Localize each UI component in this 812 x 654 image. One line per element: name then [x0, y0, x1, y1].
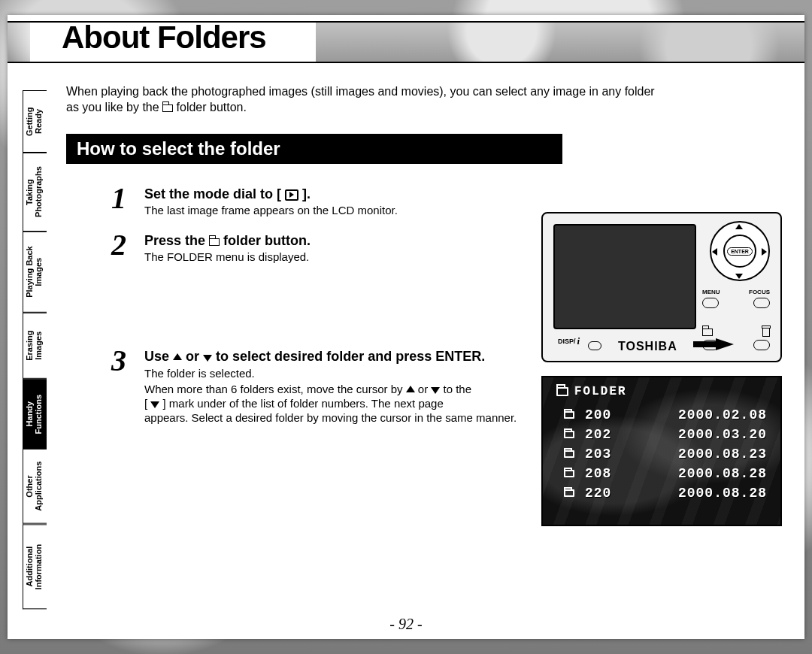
side-tab-strip: Getting Ready Taking Photographs Playing… — [23, 90, 47, 609]
focus-label: FOCUS — [749, 289, 770, 295]
down-arrow-icon — [431, 387, 440, 394]
up-arrow-icon — [406, 386, 415, 392]
step-3-p2a: When more than 6 folders exist, move the… — [144, 383, 406, 395]
step-number: 2 — [111, 230, 144, 260]
up-arrow-icon — [173, 353, 182, 360]
folder-number: 200 — [585, 407, 623, 422]
disp-button — [588, 341, 601, 350]
intro-text: When playing back the photographed image… — [66, 84, 782, 116]
camera-back-diagram: ENTER MENU FOCUS DISP/i — [541, 212, 782, 362]
dial-left-icon — [712, 248, 717, 256]
pointer-arrow-icon — [716, 338, 734, 350]
disp-label: DISP/i — [558, 335, 580, 347]
menu-button — [702, 298, 719, 308]
folder-date: 2000.02.08 — [678, 407, 767, 422]
intro-line2-pre: as you like by the — [66, 101, 162, 114]
dial-up-icon — [735, 224, 743, 229]
dial-down-icon — [735, 274, 743, 279]
folder-date: 2000.08.28 — [678, 486, 767, 501]
folder-row: 200 2000.02.08 — [564, 407, 767, 422]
step-number: 1 — [111, 183, 144, 213]
step-2-head-post: folder button. — [223, 233, 311, 248]
folder-date: 2000.08.28 — [678, 466, 767, 481]
folder-icon — [556, 387, 568, 396]
folder-date: 2000.03.20 — [678, 427, 767, 442]
down-arrow-icon — [150, 401, 159, 408]
down-arrow-icon — [203, 355, 212, 362]
step-1-head-pre: Set the mode dial to [ — [144, 186, 285, 201]
step-1: 1 Set the mode dial to [ ]. The last ima… — [111, 183, 782, 216]
brand-logo: TOSHIBA — [618, 340, 677, 353]
info-icon: i — [577, 335, 580, 347]
step-3-p2b: or — [418, 383, 432, 395]
menu-focus-buttons — [702, 298, 770, 308]
folder-icon — [162, 104, 173, 112]
folder-icon — [564, 450, 574, 458]
folder-icon — [564, 470, 574, 477]
step-3-p2c: to the — [444, 383, 472, 395]
page-number: - 92 - — [8, 616, 804, 633]
enter-label: ENTER — [727, 247, 753, 256]
folder-number: 202 — [585, 427, 623, 442]
folder-trash-icons — [702, 328, 770, 337]
focus-button — [753, 298, 770, 308]
step-3-head-mid: or — [186, 349, 203, 364]
section-heading: How to select the folder — [66, 134, 562, 164]
folder-number: 220 — [585, 486, 623, 501]
folder-title-text: FOLDER — [574, 385, 627, 398]
enter-button: ENTER — [723, 235, 756, 268]
step-3-heading: Use or to select desired folder and pres… — [144, 349, 565, 365]
trash-button — [753, 340, 770, 350]
folder-date: 2000.08.23 — [678, 447, 767, 462]
side-tab-getting-ready[interactable]: Getting Ready — [23, 90, 47, 153]
folder-icon — [564, 411, 574, 419]
folder-row: 202 2000.03.20 — [564, 427, 767, 442]
folder-number: 203 — [585, 447, 623, 462]
step-number: 3 — [111, 346, 144, 376]
disp-text: DISP/ — [558, 338, 576, 345]
dial-right-icon — [762, 248, 767, 256]
folder-icon — [564, 431, 574, 438]
step-1-heading: Set the mode dial to [ ]. — [144, 186, 782, 202]
folder-icon — [209, 238, 220, 246]
folder-menu-screenshot: FOLDER 200 2000.02.08 202 2000.03.20 203… — [541, 376, 782, 526]
content-area: When playing back the photographed image… — [66, 84, 782, 609]
step-3-head-pre: Use — [144, 349, 173, 364]
step-3-head-post: to select desired folder and press ENTER… — [216, 349, 485, 364]
trash-icon — [762, 328, 770, 337]
step-3-p3a: [ — [144, 397, 150, 410]
side-tab-other-applications[interactable]: Other Applications — [23, 449, 47, 524]
folder-menu-title: FOLDER — [556, 385, 627, 398]
step-3-p1: The folder is selected. — [144, 366, 565, 380]
camera-lcd — [553, 224, 696, 329]
manual-page: About Folders Getting Ready Taking Photo… — [8, 15, 804, 639]
intro-line1: When playing back the photographed image… — [66, 85, 655, 98]
side-tab-taking-photographs[interactable]: Taking Photographs — [23, 153, 47, 232]
folder-icon — [702, 329, 713, 336]
folder-row: 208 2000.08.28 — [564, 466, 767, 481]
folder-icon — [564, 489, 574, 497]
step-1-head-post: ]. — [302, 186, 311, 201]
step-3-p3b: ] mark under of the list of folder numbe… — [163, 397, 444, 410]
step-3-p2: When more than 6 folders exist, move the… — [144, 382, 565, 425]
side-tab-additional-information[interactable]: Additional Information — [23, 524, 47, 609]
folder-list: 200 2000.02.08 202 2000.03.20 203 2000.0… — [564, 407, 767, 505]
folder-row: 220 2000.08.28 — [564, 486, 767, 501]
side-tab-handy-functions[interactable]: Handy Functions — [23, 379, 47, 449]
side-tab-erasing-images[interactable]: Erasing Images — [23, 313, 47, 379]
page-title: About Folders — [62, 20, 266, 56]
step-2-head-pre: Press the — [144, 233, 209, 248]
intro-line2-post: folder button. — [177, 101, 247, 114]
menu-focus-labels: MENU FOCUS — [702, 289, 770, 295]
side-tab-playing-back-images[interactable]: Playing Back Images — [23, 232, 47, 313]
play-mode-icon — [285, 189, 298, 201]
folder-number: 208 — [585, 466, 623, 481]
menu-label: MENU — [702, 289, 720, 295]
folder-row: 203 2000.08.23 — [564, 447, 767, 462]
step-3-p4: appears. Select a desired folder by movi… — [144, 411, 517, 424]
